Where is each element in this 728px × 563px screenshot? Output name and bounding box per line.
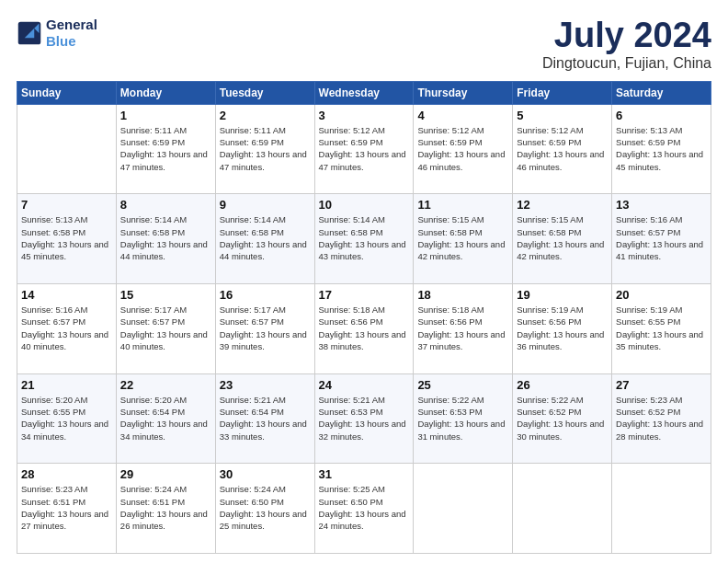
day-number: 30 xyxy=(220,467,311,481)
calendar-cell: 12Sunrise: 5:15 AMSunset: 6:58 PMDayligh… xyxy=(513,194,612,284)
calendar-cell: 5Sunrise: 5:12 AMSunset: 6:59 PMDaylight… xyxy=(513,104,612,194)
day-number: 20 xyxy=(616,288,707,302)
calendar-cell: 2Sunrise: 5:11 AMSunset: 6:59 PMDaylight… xyxy=(215,104,314,194)
calendar-cell: 29Sunrise: 5:24 AMSunset: 6:51 PMDayligh… xyxy=(116,464,215,554)
calendar-cell: 27Sunrise: 5:23 AMSunset: 6:52 PMDayligh… xyxy=(612,373,711,464)
calendar-cell: 28Sunrise: 5:23 AMSunset: 6:51 PMDayligh… xyxy=(17,464,117,554)
day-number: 31 xyxy=(319,467,410,481)
day-number: 26 xyxy=(517,378,608,392)
day-number: 3 xyxy=(319,109,410,122)
calendar-cell: 7Sunrise: 5:13 AMSunset: 6:58 PMDaylight… xyxy=(17,194,117,284)
day-number: 2 xyxy=(220,109,311,122)
day-number: 10 xyxy=(319,198,410,212)
header: General Blue July 2024 Dingtoucun, Fujia… xyxy=(17,17,711,72)
weekday-header-cell: Wednesday xyxy=(314,81,414,104)
day-detail: Sunrise: 5:23 AMSunset: 6:51 PMDaylight:… xyxy=(21,483,112,532)
day-detail: Sunrise: 5:22 AMSunset: 6:53 PMDaylight:… xyxy=(417,394,508,442)
calendar-week-row: 28Sunrise: 5:23 AMSunset: 6:51 PMDayligh… xyxy=(17,464,711,554)
day-detail: Sunrise: 5:24 AMSunset: 6:51 PMDaylight:… xyxy=(120,483,211,532)
day-detail: Sunrise: 5:14 AMSunset: 6:58 PMDaylight:… xyxy=(319,213,410,262)
calendar-cell: 13Sunrise: 5:16 AMSunset: 6:57 PMDayligh… xyxy=(612,194,711,284)
calendar-week-row: 21Sunrise: 5:20 AMSunset: 6:55 PMDayligh… xyxy=(17,373,711,464)
calendar-cell xyxy=(414,464,513,554)
calendar-cell: 26Sunrise: 5:22 AMSunset: 6:52 PMDayligh… xyxy=(513,373,612,464)
calendar-cell: 25Sunrise: 5:22 AMSunset: 6:53 PMDayligh… xyxy=(414,373,513,464)
calendar-cell: 1Sunrise: 5:11 AMSunset: 6:59 PMDaylight… xyxy=(116,104,215,194)
calendar-cell: 18Sunrise: 5:18 AMSunset: 6:56 PMDayligh… xyxy=(414,284,513,374)
day-detail: Sunrise: 5:11 AMSunset: 6:59 PMDaylight:… xyxy=(220,124,311,173)
calendar-cell: 4Sunrise: 5:12 AMSunset: 6:59 PMDaylight… xyxy=(414,104,513,194)
calendar-cell: 21Sunrise: 5:20 AMSunset: 6:55 PMDayligh… xyxy=(17,373,117,464)
day-number: 25 xyxy=(417,378,508,392)
title-block: July 2024 Dingtoucun, Fujian, China xyxy=(542,17,711,72)
day-detail: Sunrise: 5:17 AMSunset: 6:57 PMDaylight:… xyxy=(120,304,211,352)
calendar-cell xyxy=(612,464,711,554)
calendar-cell: 22Sunrise: 5:20 AMSunset: 6:54 PMDayligh… xyxy=(116,373,215,464)
weekday-header-cell: Monday xyxy=(116,81,215,104)
calendar-cell xyxy=(513,464,612,554)
logo: General Blue xyxy=(17,17,97,50)
calendar-cell: 9Sunrise: 5:14 AMSunset: 6:58 PMDaylight… xyxy=(215,194,314,284)
day-detail: Sunrise: 5:23 AMSunset: 6:52 PMDaylight:… xyxy=(616,394,707,442)
day-number: 19 xyxy=(517,288,608,302)
day-detail: Sunrise: 5:22 AMSunset: 6:52 PMDaylight:… xyxy=(517,394,608,442)
calendar-cell: 19Sunrise: 5:19 AMSunset: 6:56 PMDayligh… xyxy=(513,284,612,374)
day-detail: Sunrise: 5:20 AMSunset: 6:54 PMDaylight:… xyxy=(120,394,211,442)
day-number: 22 xyxy=(120,378,211,392)
day-number: 13 xyxy=(616,198,707,212)
calendar-cell: 6Sunrise: 5:13 AMSunset: 6:59 PMDaylight… xyxy=(612,104,711,194)
day-number: 11 xyxy=(417,198,508,212)
calendar-cell: 20Sunrise: 5:19 AMSunset: 6:55 PMDayligh… xyxy=(612,284,711,374)
day-detail: Sunrise: 5:19 AMSunset: 6:56 PMDaylight:… xyxy=(517,304,608,352)
day-detail: Sunrise: 5:21 AMSunset: 6:54 PMDaylight:… xyxy=(220,394,311,442)
calendar-cell: 17Sunrise: 5:18 AMSunset: 6:56 PMDayligh… xyxy=(314,284,414,374)
day-number: 14 xyxy=(21,288,112,302)
weekday-header-cell: Thursday xyxy=(414,81,513,104)
day-detail: Sunrise: 5:12 AMSunset: 6:59 PMDaylight:… xyxy=(517,124,608,173)
day-detail: Sunrise: 5:12 AMSunset: 6:59 PMDaylight:… xyxy=(319,124,410,173)
calendar-cell: 11Sunrise: 5:15 AMSunset: 6:58 PMDayligh… xyxy=(414,194,513,284)
weekday-header-cell: Saturday xyxy=(612,81,711,104)
calendar-table: SundayMondayTuesdayWednesdayThursdayFrid… xyxy=(17,81,711,554)
day-number: 6 xyxy=(616,109,707,122)
day-detail: Sunrise: 5:24 AMSunset: 6:50 PMDaylight:… xyxy=(220,483,311,532)
day-detail: Sunrise: 5:13 AMSunset: 6:59 PMDaylight:… xyxy=(616,124,707,173)
calendar-cell xyxy=(17,104,117,194)
weekday-header-cell: Sunday xyxy=(17,81,117,104)
day-number: 29 xyxy=(120,467,211,481)
day-number: 24 xyxy=(319,378,410,392)
main-title: July 2024 xyxy=(542,17,711,55)
day-number: 16 xyxy=(220,288,311,302)
day-detail: Sunrise: 5:25 AMSunset: 6:50 PMDaylight:… xyxy=(319,483,410,532)
day-detail: Sunrise: 5:18 AMSunset: 6:56 PMDaylight:… xyxy=(417,304,508,352)
weekday-header-row: SundayMondayTuesdayWednesdayThursdayFrid… xyxy=(17,81,711,104)
day-detail: Sunrise: 5:14 AMSunset: 6:58 PMDaylight:… xyxy=(120,213,211,262)
logo-line2: Blue xyxy=(46,33,76,49)
day-number: 28 xyxy=(21,467,112,481)
calendar-cell: 31Sunrise: 5:25 AMSunset: 6:50 PMDayligh… xyxy=(314,464,414,554)
logo-text: General Blue xyxy=(46,17,97,50)
day-detail: Sunrise: 5:14 AMSunset: 6:58 PMDaylight:… xyxy=(220,213,311,262)
calendar-cell: 10Sunrise: 5:14 AMSunset: 6:58 PMDayligh… xyxy=(314,194,414,284)
calendar-cell: 14Sunrise: 5:16 AMSunset: 6:57 PMDayligh… xyxy=(17,284,117,374)
day-number: 8 xyxy=(120,198,211,212)
calendar-week-row: 14Sunrise: 5:16 AMSunset: 6:57 PMDayligh… xyxy=(17,284,711,374)
day-number: 5 xyxy=(517,109,608,122)
day-detail: Sunrise: 5:19 AMSunset: 6:55 PMDaylight:… xyxy=(616,304,707,352)
day-detail: Sunrise: 5:11 AMSunset: 6:59 PMDaylight:… xyxy=(120,124,211,173)
day-detail: Sunrise: 5:21 AMSunset: 6:53 PMDaylight:… xyxy=(319,394,410,442)
day-number: 21 xyxy=(21,378,112,392)
day-detail: Sunrise: 5:17 AMSunset: 6:57 PMDaylight:… xyxy=(220,304,311,352)
weekday-header-cell: Friday xyxy=(513,81,612,104)
page: General Blue July 2024 Dingtoucun, Fujia… xyxy=(0,0,728,563)
calendar-cell: 15Sunrise: 5:17 AMSunset: 6:57 PMDayligh… xyxy=(116,284,215,374)
calendar-week-row: 1Sunrise: 5:11 AMSunset: 6:59 PMDaylight… xyxy=(17,104,711,194)
calendar-cell: 16Sunrise: 5:17 AMSunset: 6:57 PMDayligh… xyxy=(215,284,314,374)
day-number: 9 xyxy=(220,198,311,212)
day-number: 27 xyxy=(616,378,707,392)
day-detail: Sunrise: 5:18 AMSunset: 6:56 PMDaylight:… xyxy=(319,304,410,352)
day-detail: Sunrise: 5:15 AMSunset: 6:58 PMDaylight:… xyxy=(417,213,508,262)
day-detail: Sunrise: 5:15 AMSunset: 6:58 PMDaylight:… xyxy=(517,213,608,262)
calendar-cell: 24Sunrise: 5:21 AMSunset: 6:53 PMDayligh… xyxy=(314,373,414,464)
day-number: 7 xyxy=(21,198,112,212)
